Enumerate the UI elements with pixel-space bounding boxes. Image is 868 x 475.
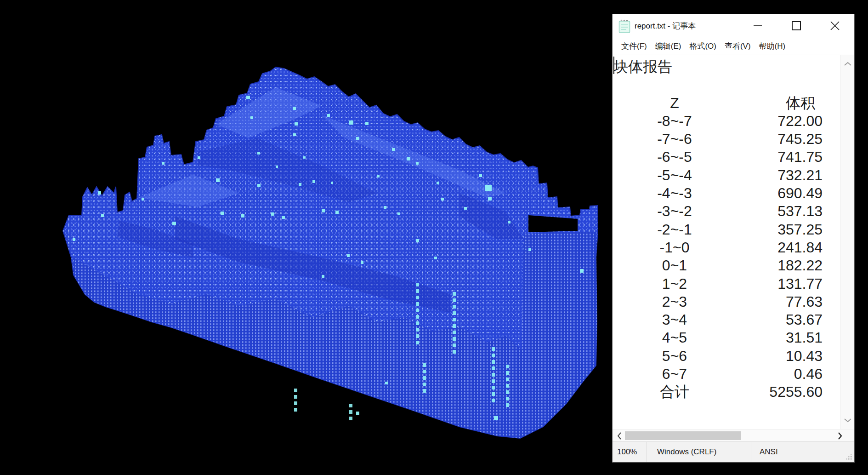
- table-row: 1~2131.77: [613, 275, 840, 293]
- status-zoom: 100%: [613, 442, 647, 462]
- title-bar[interactable]: report.txt - 记事本: [613, 14, 854, 37]
- menu-file[interactable]: 文件(F): [617, 39, 651, 53]
- document-text: 块体报告 Z 体积 -8~-7722.00-7~-6745.25-6~-5741…: [613, 58, 840, 401]
- resize-grip-icon[interactable]: [845, 453, 852, 460]
- cell-volume: 53.67: [712, 311, 823, 329]
- menu-edit[interactable]: 编辑(E): [651, 39, 686, 53]
- cell-volume: 77.63: [712, 293, 823, 311]
- chevron-up-icon: [844, 62, 851, 66]
- table-row: 2~377.63: [613, 293, 840, 311]
- scroll-down-button[interactable]: [840, 412, 854, 428]
- cell-volume: 241.84: [712, 239, 823, 257]
- close-button[interactable]: [816, 14, 854, 37]
- minimize-icon: [753, 21, 762, 30]
- table-row: 5~610.43: [613, 347, 840, 365]
- cell-volume: 690.49: [712, 184, 823, 202]
- menu-help[interactable]: 帮助(H): [755, 39, 790, 53]
- cell-volume: 745.25: [712, 130, 823, 148]
- minimize-button[interactable]: [738, 14, 777, 37]
- cell-volume: 182.22: [712, 257, 823, 275]
- cell-volume: 131.77: [712, 275, 823, 293]
- cell-volume: 732.21: [712, 166, 823, 184]
- table-total-row: 合计 5255.60: [613, 383, 840, 401]
- table-row: 6~70.46: [613, 365, 840, 383]
- table-header-row: Z 体积: [613, 94, 840, 112]
- table-row: -3~-2537.13: [613, 202, 840, 220]
- table-row: -7~-6745.25: [613, 130, 840, 148]
- table-row: -5~-4732.21: [613, 166, 840, 184]
- status-encoding: ANSI: [751, 442, 820, 462]
- table-row: -1~0241.84: [613, 239, 840, 257]
- cell-volume: 10.43: [712, 347, 823, 365]
- status-bar: 100% Windows (CRLF) ANSI: [613, 441, 854, 462]
- scroll-up-button[interactable]: [840, 56, 854, 72]
- table-row: -2~-1357.25: [613, 221, 840, 239]
- model-silhouette: [63, 67, 598, 438]
- screen: report.txt - 记事本: [0, 0, 868, 475]
- notepad-window: report.txt - 记事本: [612, 14, 855, 463]
- menu-format[interactable]: 格式(O): [685, 39, 720, 53]
- cell-volume: 741.75: [712, 148, 823, 166]
- window-title: report.txt - 记事本: [635, 21, 696, 31]
- close-icon: [830, 21, 840, 31]
- chevron-down-icon: [844, 418, 851, 423]
- table-row: -8~-7722.00: [613, 112, 840, 130]
- menu-view[interactable]: 查看(V): [720, 39, 755, 53]
- table-row: -6~-5741.75: [613, 148, 840, 166]
- cell-volume: 722.00: [712, 112, 823, 130]
- horizontal-scroll-thumb[interactable]: [625, 431, 741, 440]
- cell-volume: 537.13: [712, 202, 823, 220]
- chevron-left-icon: [617, 432, 622, 440]
- header-volume: 体积: [705, 94, 815, 112]
- horizontal-scrollbar[interactable]: [613, 429, 854, 441]
- cell-volume: 357.25: [712, 221, 823, 239]
- report-heading: 块体报告: [613, 58, 840, 76]
- vertical-scrollbar[interactable]: [840, 55, 854, 429]
- maximize-icon: [791, 21, 801, 31]
- scroll-left-button[interactable]: [613, 429, 626, 442]
- table-row: -4~-3690.49: [613, 184, 840, 202]
- cell-volume: 31.51: [712, 329, 823, 347]
- notepad-icon: [618, 18, 630, 33]
- status-line-ending: Windows (CRLF): [647, 442, 751, 462]
- scroll-right-button[interactable]: [833, 429, 847, 442]
- maximize-button[interactable]: [777, 14, 816, 37]
- total-value: 5255.60: [712, 383, 823, 401]
- menu-bar: 文件(F) 编辑(E) 格式(O) 查看(V) 帮助(H): [613, 37, 854, 55]
- cell-volume: 0.46: [712, 365, 823, 383]
- report-table: -8~-7722.00-7~-6745.25-6~-5741.75-5~-473…: [613, 112, 840, 383]
- chevron-right-icon: [838, 432, 842, 440]
- table-row: 4~531.51: [613, 329, 840, 347]
- table-row: 3~453.67: [613, 311, 840, 329]
- text-area[interactable]: 块体报告 Z 体积 -8~-7722.00-7~-6745.25-6~-5741…: [613, 55, 854, 429]
- blank-line: [613, 76, 840, 94]
- table-row: 0~1182.22: [613, 257, 840, 275]
